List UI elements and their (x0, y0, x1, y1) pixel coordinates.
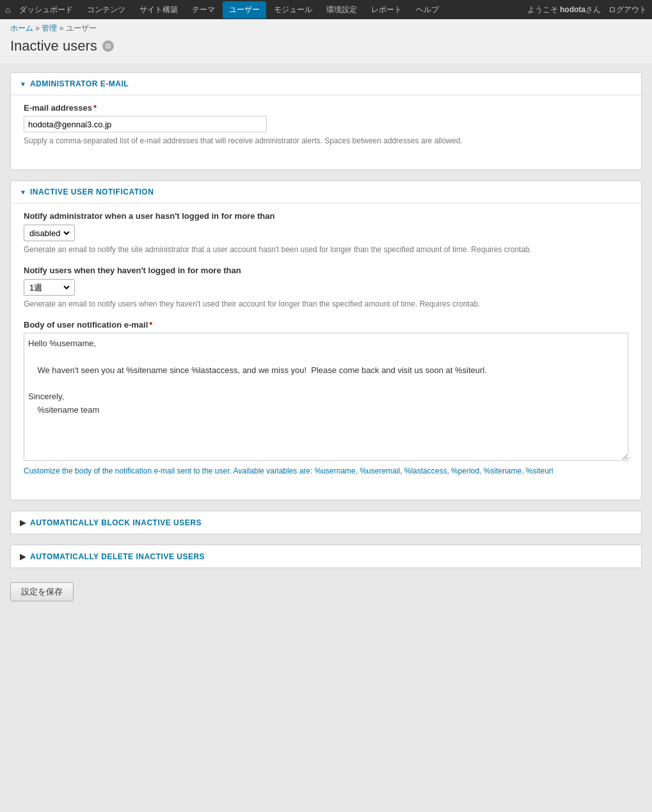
save-button[interactable]: 設定を保存 (10, 582, 74, 601)
nav-help[interactable]: ヘルプ (409, 1, 445, 19)
admin-email-section-header[interactable]: ▼ ADMINISTRATOR E-MAIL (11, 73, 641, 95)
email-form-group: E-mail addresses* Supply a comma-separat… (24, 103, 628, 147)
block-inactive-section: ▶ AUTOMATICALLY BLOCK INACTIVE USERS (10, 511, 642, 534)
block-inactive-section-title: AUTOMATICALLY BLOCK INACTIVE USERS (30, 518, 202, 527)
body-textarea[interactable] (24, 333, 628, 461)
delete-inactive-section-header[interactable]: ▶ AUTOMATICALLY DELETE INACTIVE USERS (11, 545, 641, 568)
logout-button[interactable]: ログアウト (608, 4, 647, 15)
delete-inactive-toggle-icon: ▶ (20, 552, 26, 561)
delete-inactive-section-title: AUTOMATICALLY DELETE INACTIVE USERS (30, 552, 205, 561)
admin-email-section-title: ADMINISTRATOR E-MAIL (30, 79, 129, 88)
inactive-notification-toggle-icon: ▼ (20, 189, 26, 196)
body-notification-group: Body of user notification e-mail* Custom… (24, 320, 628, 477)
email-hint: Supply a comma-separated list of e-mail … (24, 135, 574, 147)
main-content: ▼ ADMINISTRATOR E-MAIL E-mail addresses*… (0, 63, 652, 610)
inactive-notification-section: ▼ INACTIVE USER NOTIFICATION Notify admi… (10, 180, 642, 500)
admin-email-toggle-icon: ▼ (20, 81, 26, 88)
settings-gear-icon[interactable]: ⚙ (102, 40, 114, 52)
email-input[interactable] (24, 116, 267, 132)
breadcrumb-current: ユーザー (66, 24, 97, 33)
admin-notify-select[interactable]: disabled 1週 2週 1ヶ月 3ヶ月 6ヶ月 1年 (27, 228, 72, 239)
nav-contents[interactable]: コンテンツ (81, 1, 132, 19)
admin-notify-select-wrap: disabled 1週 2週 1ヶ月 3ヶ月 6ヶ月 1年 (24, 225, 75, 241)
admin-email-section: ▼ ADMINISTRATOR E-MAIL E-mail addresses*… (10, 72, 642, 170)
nav-right: ようこそ hodotaさん ログアウト (527, 4, 647, 15)
top-navigation: ⌂ ダッシュボード コンテンツ サイト構築 テーマ ユーザー モジュール 環境設… (0, 0, 652, 19)
nav-reports[interactable]: レポート (365, 1, 408, 19)
page-title: Inactive users (10, 38, 97, 54)
breadcrumb-home[interactable]: ホーム (10, 24, 33, 33)
inactive-notification-section-title: INACTIVE USER NOTIFICATION (30, 187, 154, 196)
admin-notify-label: Notify administrator when a user hasn't … (24, 211, 628, 221)
home-nav-icon[interactable]: ⌂ (5, 4, 10, 15)
nav-items: ダッシュボード コンテンツ サイト構築 テーマ ユーザー モジュール 環境設定 … (13, 1, 527, 19)
admin-email-section-body: E-mail addresses* Supply a comma-separat… (11, 95, 641, 170)
user-notify-select[interactable]: disabled 1週 2週 1ヶ月 3ヶ月 6ヶ月 1年 (27, 282, 72, 293)
nav-site-structure[interactable]: サイト構築 (133, 1, 184, 19)
user-notify-select-wrap: disabled 1週 2週 1ヶ月 3ヶ月 6ヶ月 1年 (24, 279, 75, 296)
user-notify-hint: Generate an email to notify users when t… (24, 298, 574, 310)
admin-notify-hint: Generate an email to notify the site adm… (24, 244, 574, 255)
page-title-area: Inactive users ⚙ (0, 35, 652, 63)
breadcrumb-sep1: » (35, 24, 40, 33)
nav-users[interactable]: ユーザー (223, 1, 266, 19)
inactive-notification-section-body: Notify administrator when a user hasn't … (11, 203, 641, 500)
block-inactive-section-header[interactable]: ▶ AUTOMATICALLY BLOCK INACTIVE USERS (11, 511, 641, 534)
username: hodota (560, 5, 585, 14)
nav-modules[interactable]: モジュール (267, 1, 319, 19)
body-label: Body of user notification e-mail* (24, 320, 628, 330)
inactive-notification-section-header[interactable]: ▼ INACTIVE USER NOTIFICATION (11, 181, 641, 203)
nav-settings[interactable]: 環境設定 (320, 1, 363, 19)
nav-dashboard[interactable]: ダッシュボード (13, 1, 79, 19)
required-star: * (93, 103, 97, 113)
user-notify-label: Notify users when they haven't logged in… (24, 266, 628, 275)
email-label: E-mail addresses* (24, 103, 628, 113)
delete-inactive-section: ▶ AUTOMATICALLY DELETE INACTIVE USERS (10, 545, 642, 568)
body-hint: Customize the body of the notification e… (24, 465, 628, 477)
block-inactive-toggle-icon: ▶ (20, 518, 26, 527)
user-notify-group: Notify users when they haven't logged in… (24, 266, 628, 310)
welcome-text: ようこそ hodotaさん (527, 4, 601, 15)
breadcrumb-admin[interactable]: 管理 (42, 24, 57, 33)
body-required-star: * (149, 320, 152, 330)
admin-notify-group: Notify administrator when a user hasn't … (24, 211, 628, 255)
nav-theme[interactable]: テーマ (186, 1, 221, 19)
breadcrumb-area: ホーム » 管理 » ユーザー (0, 19, 652, 35)
breadcrumb-sep2: » (60, 24, 64, 33)
